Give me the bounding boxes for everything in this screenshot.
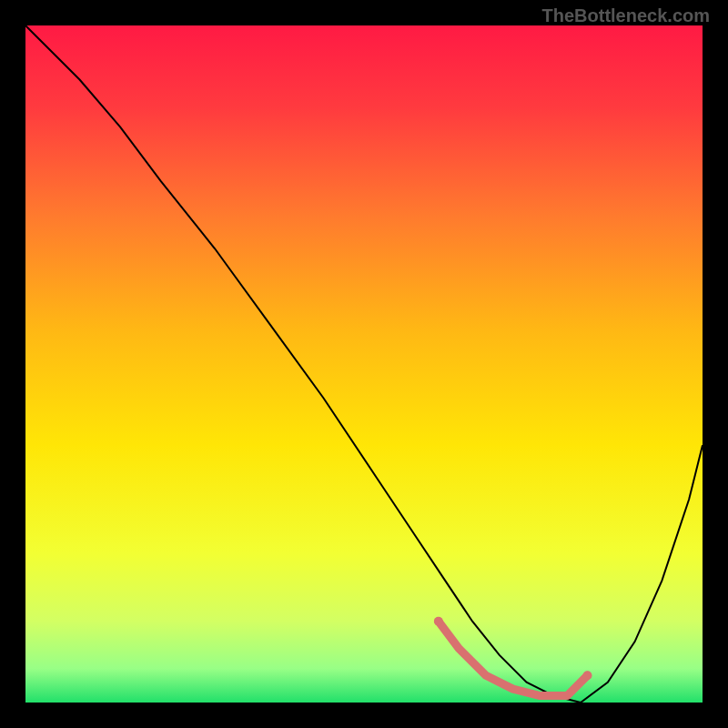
gradient-background bbox=[25, 25, 703, 703]
optimal-range-start-dot bbox=[434, 617, 443, 626]
chart-svg bbox=[25, 25, 703, 703]
watermark-text: TheBottleneck.com bbox=[542, 5, 710, 26]
chart-container: TheBottleneck.com bbox=[0, 0, 728, 728]
plot-area bbox=[25, 25, 703, 703]
optimal-range-end-dot bbox=[583, 671, 592, 680]
